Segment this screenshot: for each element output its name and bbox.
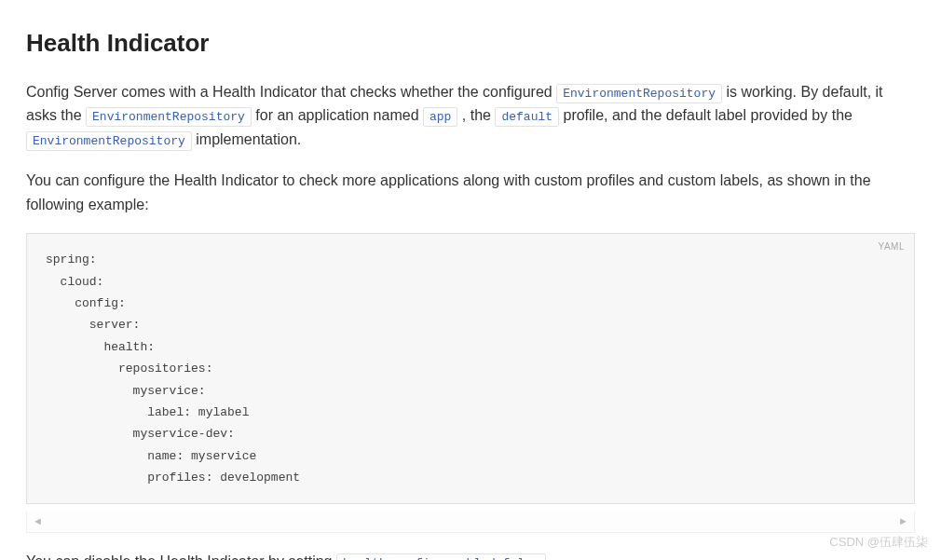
code-env-repo-2: EnvironmentRepository [86,107,252,127]
paragraph-configure: You can configure the Health Indicator t… [26,169,915,216]
code-app: app [423,107,457,127]
text: implementation. [196,131,301,147]
text: Config Server comes with a Health Indica… [26,84,556,100]
text: , the [462,107,496,123]
code-lang-label: YAML [879,239,906,254]
text: . [550,553,553,560]
scroll-indicator: ◄ ► [26,512,915,533]
code-health-enabled: health.config.enabled=false [336,553,546,560]
text: profile, and the default label provided … [563,107,852,123]
code-env-repo-3: EnvironmentRepository [26,131,192,151]
code-block-yaml: YAML spring: cloud: config: server: heal… [26,233,915,504]
code-content: spring: cloud: config: server: health: r… [46,249,895,488]
scroll-right-icon: ► [898,513,908,530]
paragraph-disable: You can disable the Health Indicator by … [26,550,915,560]
scroll-left-icon: ◄ [33,513,43,530]
code-default: default [495,107,559,127]
paragraph-intro: Config Server comes with a Health Indica… [26,80,915,152]
text: for an application named [255,107,423,123]
text: You can disable the Health Indicator by … [26,553,336,560]
code-env-repo-1: EnvironmentRepository [556,84,722,103]
section-heading: Health Indicator [26,24,915,63]
